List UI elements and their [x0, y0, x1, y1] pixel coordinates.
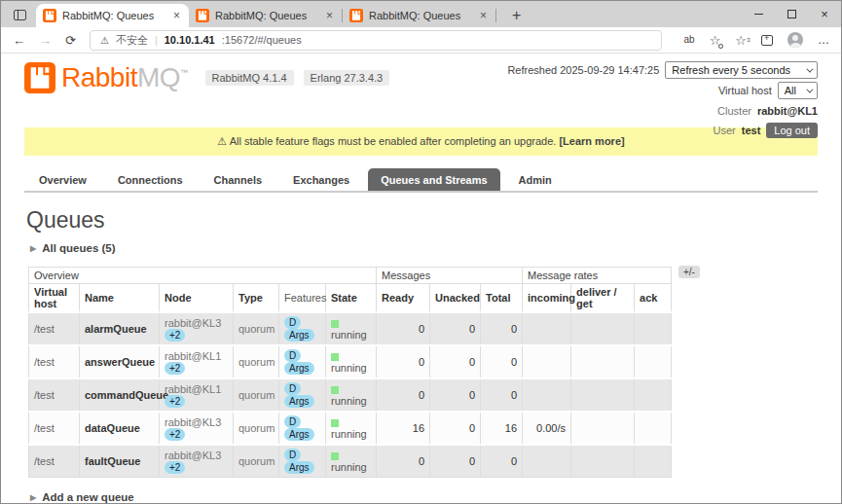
node-name: rabbit@KL1	[165, 350, 221, 362]
url-separator: |	[155, 34, 158, 46]
nav-tab-channels[interactable]: Channels	[201, 168, 275, 191]
browser-tab-1[interactable]: RabbitMQ: Queues ×	[36, 4, 189, 27]
refresh-interval-select[interactable]: Refresh every 5 seconds	[665, 61, 818, 79]
cell-ready: 16	[377, 412, 430, 445]
toolbar-right-icons: ab ☆ ☆≡ …	[684, 32, 829, 48]
chevron-down-icon	[806, 86, 813, 92]
cell-incoming	[523, 312, 571, 345]
nav-tab-overview[interactable]: Overview	[26, 168, 99, 191]
feature-args-badge[interactable]: Args	[284, 461, 314, 474]
col-total[interactable]: Total	[481, 284, 523, 313]
minimize-button[interactable]	[742, 1, 775, 27]
url-host: 10.10.1.41	[165, 34, 215, 46]
cell-unacked: 0	[430, 378, 481, 412]
feature-durable-badge[interactable]: D	[284, 449, 301, 461]
col-state[interactable]: State	[326, 284, 377, 313]
table-column-header-row: Virtual host Name Node Type Features Sta…	[29, 284, 672, 313]
column-selector-button[interactable]: +/-	[678, 266, 700, 278]
vhost-select[interactable]: All	[778, 82, 818, 99]
col-deliver-get[interactable]: deliver / get	[571, 284, 635, 313]
all-queues-toggle[interactable]: ▶ All queues (5)	[30, 242, 818, 254]
cell-vhost: /test	[29, 445, 80, 478]
nav-tab-admin[interactable]: Admin	[506, 168, 565, 191]
erlang-version-badge: Erlang 27.3.4.3	[304, 70, 390, 86]
browser-tab-2[interactable]: RabbitMQ: Queues ×	[189, 4, 342, 27]
cell-unacked: 0	[430, 345, 481, 378]
forward-icon: →	[39, 33, 52, 48]
profile-avatar-icon[interactable]	[787, 32, 803, 48]
queue-row: /test dataQueue rabbit@KL3 +2 quorum D A…	[29, 412, 672, 445]
queue-name-link[interactable]: answerQueue	[85, 356, 155, 368]
feature-durable-badge[interactable]: D	[284, 316, 301, 329]
col-unacked[interactable]: Unacked	[430, 284, 481, 313]
cell-vhost: /test	[29, 345, 80, 378]
user-label: User	[714, 125, 736, 136]
col-node[interactable]: Node	[160, 284, 234, 313]
logout-button[interactable]: Log out	[766, 123, 818, 138]
feature-args-badge[interactable]: Args	[284, 395, 314, 408]
node-replica-badge[interactable]: +2	[165, 362, 185, 375]
vhost-label: Virtual host	[718, 85, 772, 96]
nav-tab-exchanges[interactable]: Exchanges	[280, 168, 362, 191]
state-label: running	[331, 362, 367, 374]
col-name[interactable]: Name	[80, 284, 160, 313]
node-replica-badge[interactable]: +2	[165, 428, 185, 441]
node-replica-badge[interactable]: +2	[165, 395, 185, 408]
feature-durable-badge[interactable]: D	[284, 415, 301, 428]
rabbitmq-logo-text[interactable]: RabbitMQ™	[61, 62, 188, 93]
feature-args-badge[interactable]: Args	[284, 362, 314, 375]
cell-incoming	[523, 445, 571, 478]
security-label[interactable]: 不安全	[116, 33, 148, 48]
add-queue-toggle[interactable]: ▶ Add a new queue	[30, 491, 818, 503]
settings-menu-icon[interactable]: …	[818, 34, 829, 46]
favorites-hub-icon[interactable]: ☆≡	[735, 34, 747, 47]
reload-icon[interactable]: ⟳	[65, 33, 76, 48]
favorites-star-icon[interactable]: ☆	[710, 34, 721, 47]
tab-close-icon[interactable]: ×	[171, 9, 182, 22]
col-type[interactable]: Type	[234, 284, 279, 313]
feature-args-badge[interactable]: Args	[284, 428, 314, 441]
col-incoming[interactable]: incoming	[523, 284, 571, 313]
rabbitmq-logo-icon[interactable]	[24, 62, 55, 93]
queue-name-link[interactable]: faultQueue	[85, 455, 140, 467]
back-icon[interactable]: ←	[13, 33, 25, 48]
cell-ready: 0	[377, 312, 430, 345]
queue-name-link[interactable]: commandQueue	[85, 389, 168, 401]
close-window-button[interactable]: ×	[808, 1, 841, 27]
tab-close-icon[interactable]: ×	[478, 9, 489, 22]
address-bar[interactable]: ⚠ 不安全 | 10.10.1.41:15672/#/queues	[90, 30, 662, 51]
col-virtual-host[interactable]: Virtual host	[29, 284, 80, 313]
user-name: test	[742, 125, 761, 136]
feature-durable-badge[interactable]: D	[284, 349, 301, 362]
col-ready[interactable]: Ready	[377, 284, 430, 313]
group-message-rates: Message rates	[523, 268, 672, 284]
table-group-header-row: Overview Messages Message rates	[29, 268, 672, 284]
rabbitmq-favicon	[43, 9, 56, 22]
queue-row: /test faultQueue rabbit@KL3 +2 quorum D …	[29, 445, 672, 478]
feature-durable-badge[interactable]: D	[284, 382, 301, 395]
maximize-button[interactable]	[775, 1, 808, 27]
nav-tab-connections[interactable]: Connections	[105, 168, 196, 191]
node-replica-badge[interactable]: +2	[165, 329, 185, 342]
nav-tab-queues-and-streams[interactable]: Queues and Streams	[368, 168, 499, 191]
browser-tab-3[interactable]: RabbitMQ: Queues ×	[343, 4, 495, 27]
tab-title: RabbitMQ: Queues	[369, 10, 472, 21]
translate-icon[interactable]: ab	[684, 35, 695, 45]
tab-actions-menu-button[interactable]	[9, 5, 30, 24]
cell-type: quorum	[234, 378, 279, 412]
new-tab-button[interactable]: +	[506, 7, 527, 24]
queue-name-link[interactable]: alarmQueue	[85, 323, 147, 335]
group-overview: Overview	[29, 268, 377, 284]
feature-args-badge[interactable]: Args	[284, 329, 314, 342]
node-name: rabbit@KL3	[165, 416, 221, 428]
queue-name-link[interactable]: dataQueue	[85, 422, 140, 434]
node-replica-badge[interactable]: +2	[165, 461, 185, 474]
cell-vhost: /test	[29, 378, 80, 412]
state-label: running	[331, 461, 367, 473]
col-ack[interactable]: ack	[635, 284, 672, 313]
cell-total: 0	[481, 445, 523, 478]
cell-total: 16	[481, 412, 523, 445]
tab-close-icon[interactable]: ×	[324, 9, 335, 22]
collections-icon[interactable]	[761, 35, 773, 46]
cell-incoming	[523, 345, 571, 378]
